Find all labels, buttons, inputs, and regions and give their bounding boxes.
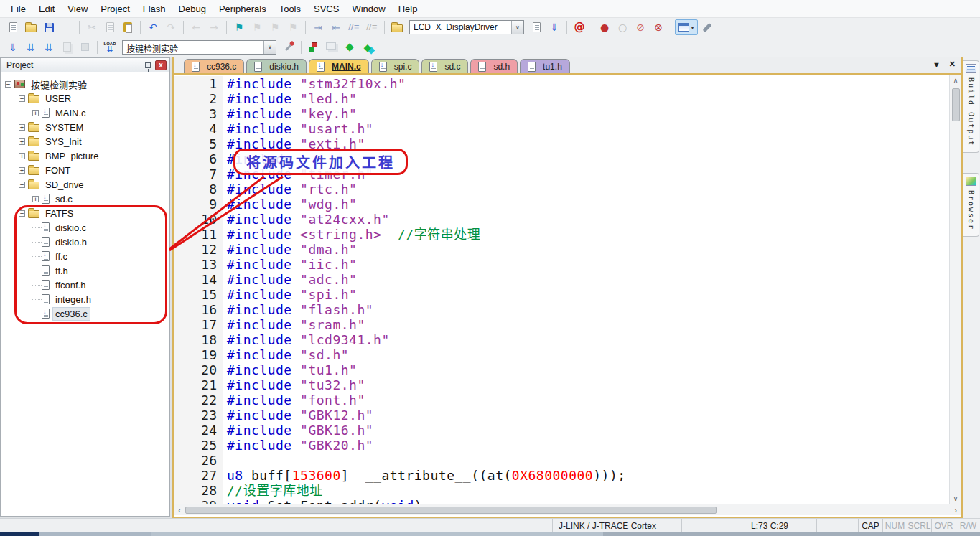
close-document-icon[interactable]: ✕ [949, 60, 956, 69]
indent-left-button[interactable]: ⇤ [327, 19, 345, 35]
function-combo[interactable]: LCD_X_DisplayDriver∨ [409, 20, 524, 34]
pack-installer-button[interactable]: ◆ [359, 39, 376, 55]
editor-tab-diskio-h[interactable]: diskio.h [246, 59, 307, 73]
code-line: 8#include "rtc.h" [174, 182, 949, 197]
close-icon[interactable]: x [155, 60, 167, 70]
tree-item-diskio-c[interactable]: diskio.c [1, 220, 169, 235]
tab-list-dropdown-icon[interactable]: ▼ [933, 60, 941, 69]
tree-item-fatfs[interactable]: −FATFS [1, 206, 169, 220]
menu-svcs[interactable]: SVCS [307, 1, 345, 17]
pin-icon[interactable] [145, 62, 151, 68]
tree-item-bmp-picture[interactable]: +BMP_picture [1, 149, 169, 163]
breakpoint-disable-all-button[interactable]: ⊘ [632, 19, 649, 35]
configure-uvision-button[interactable] [699, 19, 716, 35]
expand-box-icon[interactable]: + [32, 110, 39, 116]
tree-item-ffconf-h[interactable]: ffconf.h [1, 278, 169, 292]
translate-file-button[interactable]: ⇓ [4, 39, 22, 55]
new-file-button[interactable] [4, 19, 22, 35]
editor-tab-main-c[interactable]: MAIN.c [309, 59, 369, 73]
save-all-button[interactable] [58, 19, 75, 35]
horizontal-scrollbar[interactable]: ‹ › [174, 504, 961, 515]
tree-item-cc936-c[interactable]: cc936.c [1, 306, 169, 321]
tree-item-user[interactable]: −USER [1, 91, 169, 105]
save-button[interactable] [40, 19, 57, 35]
tree-item-main-c[interactable]: +MAIN.c [1, 105, 169, 120]
scroll-up-icon[interactable]: ∧ [953, 75, 958, 85]
menu-peripherals[interactable]: Peripherals [213, 1, 273, 17]
side-tab-build-output[interactable]: Build Output [963, 60, 979, 153]
folder-icon [28, 153, 39, 161]
code-editor[interactable]: 1#include "stm32f10x.h"2#include "led.h"… [174, 75, 961, 504]
code-segment [381, 227, 398, 242]
uncomment-selection-button[interactable]: //≡ [363, 19, 381, 35]
expand-box-icon[interactable]: + [32, 196, 39, 202]
bookmark-toggle-button[interactable]: ⚑ [230, 19, 248, 35]
menu-project[interactable]: Project [94, 1, 136, 17]
line-number: 15 [174, 287, 223, 302]
scroll-right-icon[interactable]: › [950, 506, 961, 514]
collapse-box-icon[interactable]: − [19, 210, 25, 217]
tree-item-font[interactable]: +FONT [1, 163, 169, 177]
menu-edit[interactable]: Edit [32, 1, 61, 17]
breakpoint-enable-disable-button[interactable]: ○ [614, 19, 631, 35]
menu-help[interactable]: Help [392, 1, 424, 17]
tree-item-ff-c[interactable]: ff.c [1, 249, 169, 263]
vertical-scrollbar[interactable]: ∧ ∨ [949, 75, 961, 504]
open-file-button[interactable] [22, 19, 39, 35]
breakpoint-kill-all-button[interactable]: ⊗ [650, 19, 667, 35]
manage-project-items-button[interactable] [305, 39, 322, 55]
manage-rte-button[interactable]: ◆ [341, 39, 358, 55]
menu-debug[interactable]: Debug [172, 1, 213, 17]
source-browser-button[interactable]: @ [571, 19, 588, 35]
expand-box-icon[interactable]: + [19, 138, 25, 145]
collapse-box-icon[interactable]: − [19, 95, 25, 102]
editor-tab-cc936-c[interactable]: cc936.c [184, 59, 244, 73]
build-target-button[interactable]: ⇊ [22, 39, 39, 55]
target-options-button[interactable] [280, 39, 297, 55]
expand-box-icon[interactable]: + [19, 124, 25, 131]
rebuild-all-button[interactable]: ⇊ [40, 39, 57, 55]
paste-button[interactable] [119, 19, 136, 35]
side-tab-browser[interactable]: Browser [963, 173, 979, 237]
scroll-down-icon[interactable]: ∨ [953, 493, 958, 504]
tree-item-ff-h[interactable]: ff.h [1, 263, 169, 278]
menu-flash[interactable]: Flash [136, 1, 172, 17]
code-segment: "sd.h" [300, 347, 349, 362]
menu-window[interactable]: Window [345, 1, 391, 17]
menu-view[interactable]: View [61, 1, 94, 17]
tree-item-sys-init[interactable]: +SYS_Init [1, 134, 169, 149]
editor-tab-spi-c[interactable]: spi.c [371, 59, 420, 73]
find-in-files-button[interactable] [388, 19, 406, 35]
breakpoint-toggle-button[interactable]: ● [596, 19, 613, 35]
code-line-text: //设置字库地址 [223, 483, 323, 498]
target-combo[interactable]: 按键检测实验∨ [122, 40, 276, 55]
vertical-scroll-thumb[interactable] [952, 88, 960, 121]
tree-item-diskio-h[interactable]: diskio.h [1, 235, 169, 249]
comment-selection-button[interactable]: //≡ [345, 19, 363, 35]
horizontal-scroll-thumb[interactable] [185, 507, 717, 514]
editor-tab-sd-c[interactable]: sd.c [421, 59, 468, 73]
scroll-left-icon[interactable]: ‹ [174, 506, 185, 514]
collapse-box-icon[interactable]: − [5, 81, 11, 88]
download-code-button[interactable]: LOAD⇊ [101, 39, 118, 55]
collapse-box-icon[interactable]: − [19, 182, 25, 188]
menu-file[interactable]: File [4, 1, 32, 17]
search-word-button[interactable] [528, 19, 545, 35]
incremental-find-button[interactable]: ⇓ [546, 19, 563, 35]
undo-button[interactable]: ↶ [144, 19, 162, 35]
target-combo-dropdown-icon[interactable]: ∨ [263, 41, 276, 54]
indent-right-button[interactable]: ⇥ [309, 19, 327, 35]
editor-tab-tu1-h[interactable]: tu1.h [520, 59, 570, 73]
tree-item-system[interactable]: +SYSTEM [1, 120, 169, 134]
tree-item-sd-drive[interactable]: −SD_drive [1, 177, 169, 192]
editor-tab-sd-h[interactable]: sd.h [470, 59, 518, 73]
debug-windows-dropdown-button[interactable]: ▾ [675, 19, 698, 35]
expand-box-icon[interactable]: + [19, 153, 25, 159]
tree-item-按键检测实验[interactable]: −按键检测实验 [1, 77, 169, 91]
tree-item-integer-h[interactable]: integer.h [1, 292, 169, 306]
expand-box-icon[interactable]: + [19, 167, 25, 174]
menu-tools[interactable]: Tools [273, 1, 307, 17]
function-combo-dropdown-icon[interactable]: ∨ [511, 21, 523, 34]
code-line-text: #include "GBK12.h" [223, 408, 373, 423]
tree-item-sd-c[interactable]: +sd.c [1, 192, 169, 206]
